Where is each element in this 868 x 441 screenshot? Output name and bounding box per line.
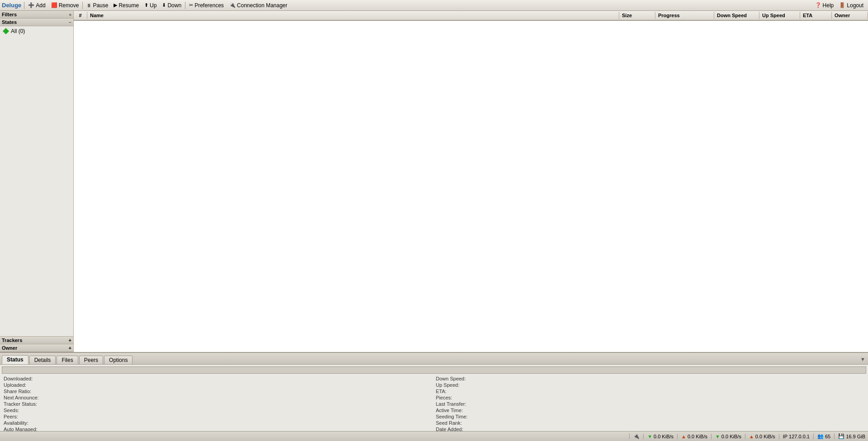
tab-status[interactable]: Status [2, 355, 28, 364]
owner-section-header[interactable]: Owner + [0, 344, 73, 352]
stat-uploaded-label: Uploaded: [2, 382, 218, 388]
trackers-section-header[interactable]: Trackers + [0, 337, 73, 344]
logout-icon: 🚪 [839, 2, 845, 8]
sidebar-bottom: Trackers + Owner + [0, 336, 73, 352]
stat-availability-label: Availability: [2, 420, 218, 426]
connections-count-value: 65 [825, 434, 830, 439]
stats-grid: Downloaded: Down Speed: Uploaded: Up Spe… [2, 375, 866, 431]
remove-button[interactable]: 🟥 Remove [48, 2, 82, 9]
all-state-icon [3, 28, 9, 34]
states-label: States [2, 19, 17, 25]
down-button[interactable]: ⬇ Down [159, 2, 184, 9]
stat-pieces-value [650, 394, 866, 401]
statusbar-up-speed: ▲ 0.0 KiB/s [677, 434, 707, 439]
col-header-upspeed[interactable]: Up Speed [759, 12, 800, 19]
filters-label: Filters [2, 12, 17, 17]
col-header-name[interactable]: Name [87, 12, 619, 19]
resume-button[interactable]: ▶ Resume [111, 2, 142, 9]
stat-share-ratio-label: Share Ratio: [2, 388, 218, 394]
add-button[interactable]: ➕ Add [25, 2, 48, 9]
disk-icon: 💾 [838, 433, 844, 439]
toolbar-right: ❓ Help 🚪 Logout [812, 2, 866, 9]
col-header-progress[interactable]: Progress [655, 12, 714, 19]
stat-seeding-time-value [650, 413, 866, 420]
pause-button[interactable]: ⏸ Pause [84, 2, 111, 9]
stat-auto-managed-value [218, 426, 434, 431]
stat-next-announce-value [218, 394, 434, 401]
bottom-panel: Status Details Files Peers Options ▼ Dow… [0, 352, 868, 431]
stat-availability-value [218, 420, 434, 426]
stat-seeds-value [218, 407, 434, 413]
trackers-add-icon[interactable]: + [69, 338, 71, 343]
stat-downloaded-label: Downloaded: [2, 375, 218, 382]
states-section-header[interactable]: States − [0, 19, 73, 26]
sidebar-item-all[interactable]: All (0) [0, 27, 73, 35]
col-header-eta[interactable]: ETA [800, 12, 832, 19]
stat-tracker-status-value [218, 401, 434, 407]
toolbar: Deluge ➕ Add 🟥 Remove ⏸ Pause ▶ Resume ⬆… [0, 0, 868, 11]
stat-active-time-value [650, 407, 866, 413]
stat-seeds-label: Seeds: [2, 407, 218, 413]
app-logo: Deluge [2, 2, 21, 9]
sidebar: Filters « States − All (0) Trackers + Ow… [0, 11, 74, 352]
stat-next-announce-label: Next Announce: [2, 394, 218, 401]
states-section-content: All (0) [0, 26, 73, 36]
stat-down-speed-label: Down Speed: [434, 375, 650, 382]
up-limit-value: 0.0 KiB/s [755, 434, 775, 439]
up-speed-value: 0.0 KiB/s [688, 434, 707, 439]
up-arrow-icon: ▲ [681, 434, 686, 439]
toolbar-separator-2 [82, 2, 83, 9]
stat-last-transfer-label: Last Transfer: [434, 401, 650, 407]
tab-peers[interactable]: Peers [79, 356, 103, 364]
statusbar-connections-count: 👥 65 [813, 433, 830, 439]
resume-icon: ▶ [114, 2, 117, 8]
statusbar-down-speed: ▼ 0.0 KiB/s [643, 434, 674, 439]
up-button[interactable]: ⬆ Up [142, 2, 159, 9]
col-header-size[interactable]: Size [619, 12, 655, 19]
tab-details[interactable]: Details [29, 356, 56, 364]
trackers-label: Trackers [2, 338, 22, 343]
stat-pieces-label: Pieces: [434, 394, 650, 401]
add-icon: ➕ [28, 2, 34, 8]
statusbar-disk-space: 💾 16.9 GiB [834, 433, 865, 439]
col-header-downspeed[interactable]: Down Speed [714, 12, 759, 19]
connections-icon: 🔌 [633, 433, 640, 439]
toolbar-separator-1 [24, 2, 24, 9]
torrent-table-header: # Name Size Progress Down Speed Up Speed… [74, 11, 868, 21]
stat-date-added-value [650, 426, 866, 431]
statusbar-down-limit: ▼ 0.0 KiB/s [711, 434, 741, 439]
help-icon: ❓ [815, 2, 821, 8]
tab-options[interactable]: Options [104, 356, 133, 364]
stat-seed-rank-label: Seed Rank: [434, 420, 650, 426]
bottom-panel-collapse-button[interactable]: ▼ [859, 356, 866, 363]
up-icon: ⬆ [144, 2, 148, 8]
preferences-icon: ✂ [189, 2, 193, 8]
logout-button[interactable]: 🚪 Logout [836, 2, 866, 9]
filters-section-header[interactable]: Filters « [0, 11, 73, 19]
stat-date-added-label: Date Added: [434, 426, 650, 431]
statusbar-ip: IP 127.0.0.1 [779, 434, 810, 439]
stat-active-time-label: Active Time: [434, 407, 650, 413]
connection-manager-button[interactable]: 🔌 Connection Manager [227, 2, 290, 9]
statusbar: 🔌 ▼ 0.0 KiB/s ▲ 0.0 KiB/s ▼ 0.0 KiB/s ▲ … [0, 431, 868, 441]
preferences-button[interactable]: ✂ Preferences [186, 2, 227, 9]
stat-up-speed-label: Up Speed: [434, 382, 650, 388]
down-limit-value: 0.0 KiB/s [721, 434, 741, 439]
torrent-area: # Name Size Progress Down Speed Up Speed… [74, 11, 868, 352]
main-area: Filters « States − All (0) Trackers + Ow… [0, 11, 868, 352]
owner-add-icon[interactable]: + [69, 345, 71, 351]
filters-collapse-icon[interactable]: « [69, 12, 71, 17]
stat-eta-value [650, 388, 866, 394]
bottom-content: Downloaded: Down Speed: Uploaded: Up Spe… [0, 365, 868, 431]
tab-files[interactable]: Files [57, 356, 78, 364]
stat-uploaded-value [218, 382, 434, 388]
stat-up-speed-value [650, 382, 866, 388]
col-header-owner[interactable]: Owner [832, 12, 868, 19]
torrent-list[interactable] [74, 21, 868, 352]
states-collapse-icon[interactable]: − [69, 20, 71, 25]
help-button[interactable]: ❓ Help [812, 2, 837, 9]
remove-icon: 🟥 [51, 2, 57, 8]
col-header-num[interactable]: # [74, 12, 87, 19]
statusbar-connections-icon-item: 🔌 [629, 433, 640, 439]
down-icon: ⬇ [162, 2, 166, 8]
